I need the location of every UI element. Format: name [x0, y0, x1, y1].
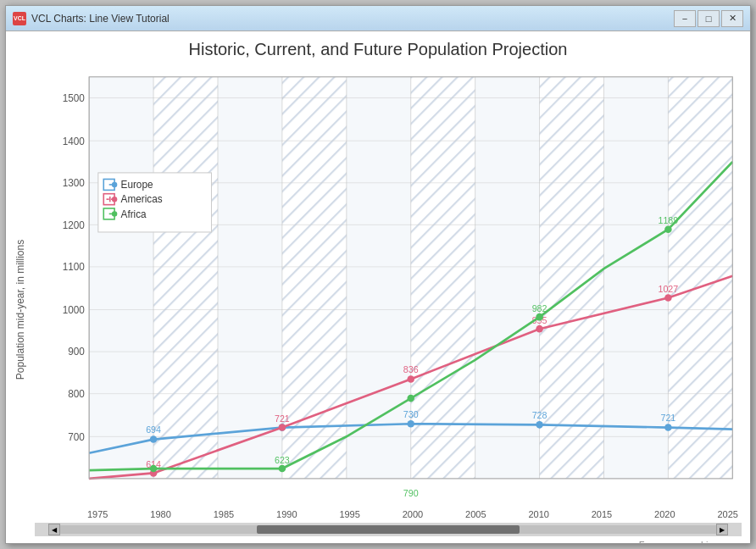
svg-text:700: 700 [68, 431, 85, 443]
svg-rect-9 [475, 77, 540, 479]
svg-rect-8 [411, 77, 475, 479]
svg-point-73 [112, 182, 117, 187]
content-area: Historic, Current, and Future Population… [6, 31, 750, 543]
chart-svg-container: 700 800 900 1000 1100 [35, 68, 742, 506]
svg-text:1400: 1400 [63, 135, 86, 147]
titlebar: VCL VCL Charts: Line View Tutorial − □ ✕ [6, 6, 750, 31]
window-title: VCL Charts: Line View Tutorial [31, 13, 674, 25]
svg-rect-12 [668, 77, 732, 479]
svg-text:1000: 1000 [63, 304, 86, 316]
scrollbar-track[interactable] [60, 525, 716, 534]
x-label-2000: 2000 [403, 509, 423, 519]
svg-point-55 [664, 294, 672, 302]
svg-point-42 [150, 435, 158, 443]
scrollbar-thumb[interactable] [257, 525, 520, 534]
close-button[interactable]: ✕ [721, 10, 743, 27]
svg-text:1100: 1100 [63, 261, 86, 273]
x-label-1990: 1990 [276, 509, 297, 519]
chart-svg: 700 800 900 1000 1100 [35, 68, 742, 506]
svg-point-65 [664, 225, 672, 233]
scrollbar[interactable]: ◀ ▶ [35, 523, 742, 536]
main-window: VCL VCL Charts: Line View Tutorial − □ ✕… [5, 5, 751, 544]
svg-rect-3 [89, 77, 153, 479]
svg-rect-4 [153, 77, 218, 479]
svg-point-63 [407, 395, 414, 402]
svg-point-52 [279, 424, 286, 431]
svg-point-83 [112, 211, 117, 216]
window-controls: − □ ✕ [674, 10, 743, 27]
svg-text:Europe: Europe [121, 179, 153, 191]
svg-text:623: 623 [275, 455, 290, 465]
chart-main: 700 800 900 1000 1100 [35, 68, 742, 543]
svg-text:900: 900 [68, 346, 85, 358]
svg-text:790: 790 [403, 488, 419, 498]
svg-text:1189: 1189 [659, 215, 679, 225]
svg-point-64 [536, 313, 543, 321]
x-label-1975: 1975 [87, 509, 108, 519]
svg-point-79 [112, 197, 117, 202]
svg-rect-6 [282, 77, 347, 479]
x-label-2010: 2010 [528, 509, 548, 519]
svg-text:694: 694 [146, 424, 161, 435]
svg-text:730: 730 [403, 409, 419, 419]
svg-rect-10 [540, 77, 604, 479]
x-label-2020: 2020 [654, 509, 675, 519]
svg-text:Africa: Africa [121, 208, 147, 220]
svg-rect-5 [218, 77, 282, 479]
svg-text:836: 836 [403, 364, 419, 374]
scroll-right-button[interactable]: ▶ [716, 524, 728, 535]
svg-point-45 [536, 421, 543, 429]
x-label-1980: 1980 [150, 509, 170, 519]
x-axis-labels: 1975 1980 1985 1990 1995 2000 2005 2010 … [35, 506, 742, 521]
minimize-button[interactable]: − [674, 10, 696, 27]
svg-text:982: 982 [532, 303, 548, 313]
watermark: From www.geohive.com [35, 538, 742, 543]
svg-text:1300: 1300 [63, 177, 86, 189]
scroll-left-button[interactable]: ◀ [48, 524, 60, 535]
x-label-1995: 1995 [339, 509, 359, 519]
x-label-2015: 2015 [592, 509, 612, 519]
x-label-1985: 1985 [214, 509, 234, 519]
x-label-2025: 2025 [717, 509, 737, 519]
svg-text:721: 721 [275, 413, 290, 424]
svg-point-62 [279, 465, 286, 473]
svg-text:728: 728 [532, 410, 548, 420]
svg-rect-11 [603, 77, 668, 479]
svg-text:1200: 1200 [63, 219, 86, 231]
svg-text:1027: 1027 [659, 284, 679, 294]
svg-text:Americas: Americas [121, 193, 163, 205]
svg-point-44 [407, 420, 414, 428]
svg-text:800: 800 [68, 388, 85, 400]
x-label-2005: 2005 [465, 509, 486, 519]
svg-text:721: 721 [660, 413, 675, 423]
chart-area: Population mid-year, in millions [14, 68, 742, 543]
svg-point-54 [536, 325, 543, 333]
maximize-button[interactable]: □ [698, 10, 720, 27]
svg-point-61 [150, 465, 158, 473]
svg-text:1500: 1500 [63, 92, 86, 104]
chart-title: Historic, Current, and Future Population… [14, 40, 742, 59]
app-icon: VCL [13, 12, 26, 25]
svg-point-53 [407, 375, 414, 383]
svg-point-46 [664, 424, 672, 431]
y-axis-label: Population mid-year, in millions [14, 68, 31, 543]
